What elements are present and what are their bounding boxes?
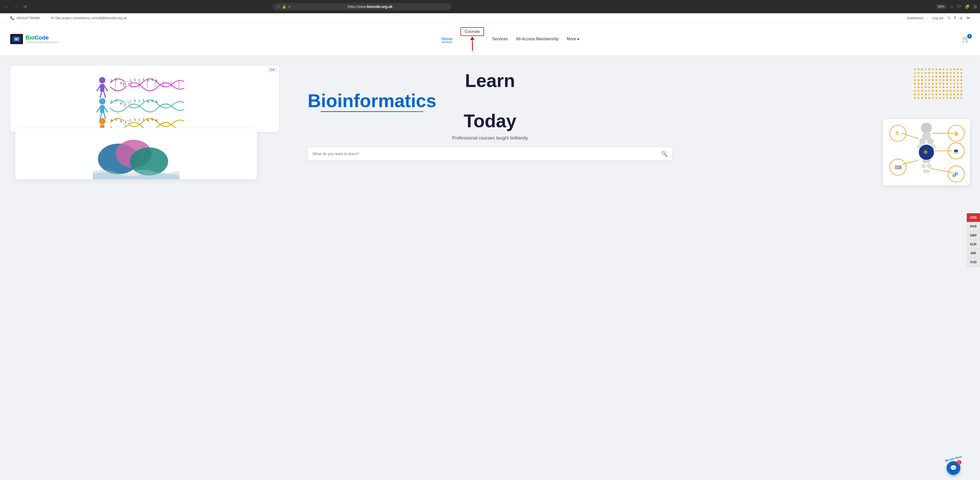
reload-button[interactable]: ↺ bbox=[21, 3, 29, 10]
shield-icon: 🛡 bbox=[277, 5, 280, 9]
svg-point-179 bbox=[932, 97, 934, 99]
svg-point-86 bbox=[950, 72, 952, 74]
svg-point-94 bbox=[928, 76, 930, 78]
twitter-icon[interactable]: 𝕏 bbox=[948, 16, 950, 20]
svg-text:G: G bbox=[134, 118, 136, 121]
zoom-level[interactable]: 80% bbox=[936, 4, 946, 9]
svg-text:T: T bbox=[138, 79, 140, 82]
back-button[interactable]: ← bbox=[3, 3, 10, 10]
currency-eur[interactable]: EUR bbox=[967, 240, 980, 249]
menu-icon[interactable]: ☰ bbox=[974, 4, 977, 9]
phone-icon: 📞 bbox=[10, 16, 14, 20]
address-bar[interactable]: 🛡 🔒 ⇌ https://www.biocode.org.uk bbox=[273, 3, 451, 10]
search-input[interactable] bbox=[312, 152, 661, 156]
svg-point-166 bbox=[935, 93, 937, 95]
svg-point-119 bbox=[918, 83, 920, 85]
search-button[interactable]: 🔍 bbox=[661, 151, 668, 157]
svg-text:G: G bbox=[134, 99, 136, 103]
svg-text:T: T bbox=[138, 119, 140, 122]
svg-line-5 bbox=[104, 92, 105, 97]
instagram-icon[interactable]: ◎ bbox=[959, 16, 963, 20]
svg-point-103 bbox=[961, 76, 963, 78]
svg-point-150 bbox=[928, 90, 930, 92]
svg-point-133 bbox=[918, 87, 920, 88]
top-bar-right: Dashboard | Log out 𝕏 f ◎ in bbox=[907, 16, 970, 20]
bookmark-icon[interactable]: ☆ bbox=[950, 4, 953, 9]
svg-point-142 bbox=[950, 87, 952, 88]
svg-point-169 bbox=[946, 93, 948, 95]
svg-text:G: G bbox=[111, 100, 113, 103]
chat-button[interactable]: 💬 1 bbox=[947, 461, 960, 475]
email-icon: ✉ bbox=[51, 16, 54, 20]
svg-rect-13 bbox=[100, 125, 104, 128]
nav-courses[interactable]: Courses bbox=[460, 27, 484, 36]
svg-rect-1 bbox=[100, 84, 104, 92]
bio-network-svg: ⚛ 👆 💻 ⚗ ⌨ bbox=[883, 119, 970, 185]
svg-point-160 bbox=[914, 93, 916, 95]
site-logo[interactable]: ▶ BioCode LEARN BIOINFORMATICS bbox=[10, 34, 59, 44]
facebook-icon[interactable]: f bbox=[955, 16, 956, 20]
svg-point-101 bbox=[953, 76, 955, 78]
hero-center-content: Learn Bioinformatics Today Professional … bbox=[308, 65, 672, 161]
svg-text:G: G bbox=[151, 118, 153, 121]
logout-link[interactable]: Log out bbox=[932, 16, 943, 20]
currency-gbp[interactable]: GBP bbox=[967, 231, 980, 240]
svg-point-102 bbox=[957, 76, 959, 78]
svg-text:⚛: ⚛ bbox=[923, 149, 928, 155]
nav-home[interactable]: Home bbox=[442, 36, 453, 42]
currency-inr[interactable]: INR bbox=[967, 249, 980, 258]
svg-line-3 bbox=[104, 86, 107, 91]
svg-point-65 bbox=[925, 69, 927, 70]
svg-point-76 bbox=[914, 72, 916, 74]
bio-underline bbox=[321, 111, 423, 112]
svg-point-66 bbox=[928, 69, 930, 70]
hero-title-bio: Bioinformatics bbox=[308, 91, 436, 111]
nav-services[interactable]: Services bbox=[492, 36, 508, 42]
svg-text:💻: 💻 bbox=[953, 148, 959, 154]
svg-text:G: G bbox=[134, 78, 136, 82]
svg-point-137 bbox=[932, 87, 934, 88]
shield-browser-icon[interactable]: 🛡 bbox=[957, 4, 961, 9]
cart-button[interactable]: 🛒 3 bbox=[962, 35, 970, 43]
svg-point-156 bbox=[950, 90, 952, 92]
svg-point-201 bbox=[927, 163, 932, 168]
currency-pkr[interactable]: PKR bbox=[967, 222, 980, 231]
nav-more[interactable]: More ▾ bbox=[567, 36, 579, 43]
svg-point-90 bbox=[914, 76, 916, 78]
forward-button[interactable]: → bbox=[12, 3, 19, 10]
svg-point-69 bbox=[939, 69, 941, 70]
svg-point-159 bbox=[961, 90, 963, 92]
svg-point-143 bbox=[953, 87, 955, 88]
main-nav: ▶ BioCode LEARN BIOINFORMATICS Home Cour… bbox=[0, 23, 980, 55]
svg-point-158 bbox=[957, 90, 959, 92]
browser-chrome: ← → ↺ 🛡 🔒 ⇌ https://www.biocode.org.uk 8… bbox=[0, 0, 980, 13]
browser-toolbar: 80% ☆ 🛡 🧩 ☰ bbox=[936, 4, 977, 9]
svg-point-67 bbox=[932, 69, 934, 70]
svg-point-95 bbox=[932, 76, 934, 78]
logo-subtitle: LEARN BIOINFORMATICS bbox=[25, 41, 59, 44]
svg-point-186 bbox=[957, 97, 959, 99]
linkedin-icon[interactable]: in bbox=[967, 16, 970, 20]
logo-name: BioCode bbox=[25, 35, 59, 41]
currency-usd[interactable]: USD bbox=[967, 213, 980, 222]
svg-point-88 bbox=[957, 72, 959, 74]
search-bar[interactable]: 🔍 bbox=[308, 147, 672, 161]
arrow-head-icon bbox=[470, 36, 474, 40]
svg-point-126 bbox=[943, 83, 945, 85]
svg-point-92 bbox=[921, 76, 923, 78]
logo-icon: ▶ bbox=[10, 34, 23, 44]
currency-sidebar: USD PKR GBP EUR INR AUD bbox=[967, 213, 980, 267]
svg-point-152 bbox=[935, 90, 937, 92]
svg-point-157 bbox=[953, 90, 955, 92]
svg-text:A: A bbox=[120, 102, 122, 105]
play-icon: ▶ bbox=[16, 38, 18, 40]
svg-point-140 bbox=[943, 87, 945, 88]
nav-membership[interactable]: All-Access Membership bbox=[516, 36, 558, 42]
extensions-icon[interactable]: 🧩 bbox=[965, 4, 970, 9]
currency-aud[interactable]: AUD bbox=[967, 258, 980, 267]
svg-point-79 bbox=[925, 72, 927, 74]
svg-point-114 bbox=[950, 79, 952, 81]
chat-badge: 1 bbox=[957, 460, 961, 465]
dashboard-link[interactable]: Dashboard bbox=[907, 16, 923, 20]
svg-point-184 bbox=[950, 97, 952, 99]
